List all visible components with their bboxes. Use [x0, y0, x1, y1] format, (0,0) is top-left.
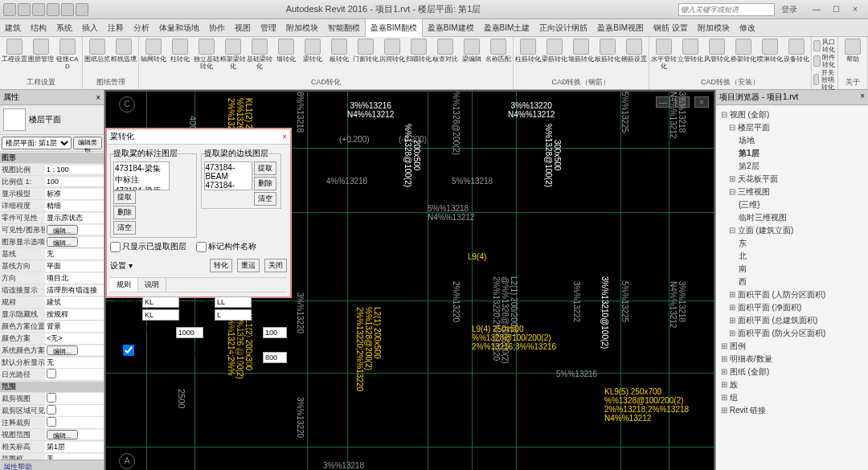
clear-button[interactable]: 清空 — [113, 221, 136, 235]
ribbon-tab[interactable]: 附加模块 — [281, 19, 323, 37]
ribbon-button[interactable]: 风管转化 — [704, 39, 730, 76]
ribbon-button[interactable]: 设备转化 — [784, 39, 809, 76]
prop-value[interactable]: 背景 — [45, 321, 104, 332]
tree-node[interactable]: 天花板平面 — [718, 173, 866, 186]
label-layer-list[interactable]: 473184-梁集中标注 473184-梁原位标注 — [113, 161, 170, 190]
tree-node[interactable]: 面积平面 (人防分区面积) — [718, 288, 866, 301]
tree-node[interactable]: 明细表/数量 — [718, 353, 866, 366]
ribbon-tab[interactable]: 管理 — [256, 19, 281, 37]
tree-node[interactable]: 面积平面 (总建筑面积) — [718, 314, 866, 327]
prop-checkbox[interactable] — [47, 405, 56, 415]
ribbon-button[interactable]: 图层管理 — [28, 39, 54, 76]
ribbon-button[interactable]: 附件转化 — [813, 54, 836, 68]
ribbon-button[interactable]: 风口转化 — [813, 39, 836, 53]
tree-node[interactable]: 西 — [718, 276, 866, 288]
tree-node[interactable]: 场地 — [718, 134, 866, 147]
tab-notes[interactable]: 说明 — [138, 278, 166, 292]
frame-beam-input[interactable] — [142, 296, 179, 308]
ribbon-button[interactable]: 墙筋转化 — [568, 39, 594, 76]
ribbon-button[interactable]: 门窗转化 — [353, 39, 379, 76]
tree-node[interactable]: Revit 链接 — [718, 404, 866, 417]
dialog-close-icon[interactable]: × — [282, 133, 287, 141]
indep-beam-input[interactable] — [142, 309, 179, 321]
prop-value[interactable]: 按规程 — [45, 309, 104, 320]
tree-node[interactable]: 面积平面 (净面积) — [718, 301, 866, 314]
nosize-checkbox[interactable]: 生成无名称无尺寸的梁 — [110, 345, 199, 370]
ribbon-tab[interactable]: 盈嘉BIM视图 — [592, 19, 649, 37]
ribbon-button[interactable]: 柱筋转化 — [515, 39, 541, 76]
mark-member-checkbox[interactable]: 标记构件名称 — [196, 241, 256, 252]
prop-edit-button[interactable]: 编辑... — [47, 345, 78, 355]
instance-select[interactable]: 楼层平面: 第1层 — [2, 137, 72, 149]
ribbon-button[interactable]: 工程设置 — [2, 39, 27, 76]
prop-value[interactable]: 标准 — [45, 189, 104, 199]
prop-edit-button[interactable]: 编辑... — [47, 430, 78, 439]
prop-value[interactable] — [45, 405, 104, 416]
ribbon-button[interactable]: 帮助 — [840, 39, 866, 76]
dialog-titlebar[interactable]: 粱转化 × — [107, 129, 290, 145]
ribbon-button[interactable]: 房间转化 — [379, 39, 405, 76]
redo-button[interactable]: 重运 — [237, 259, 260, 272]
tree-node[interactable]: 图例 — [718, 340, 866, 353]
ribbon-button[interactable]: 独立基础转化 — [194, 39, 219, 76]
prop-value[interactable]: 第1层 — [45, 442, 104, 452]
ribbon-tab[interactable]: 修改 — [735, 19, 760, 37]
revit-icon[interactable] — [3, 3, 16, 16]
minwidth-input[interactable] — [263, 327, 287, 338]
close-button[interactable]: × — [845, 3, 865, 16]
convert-button[interactable]: 转化 — [210, 259, 232, 272]
tree-node[interactable]: 楼层平面 — [718, 121, 866, 134]
ribbon-button[interactable]: 板转化 — [326, 39, 352, 76]
ribbon-button[interactable]: 开关照明转化 — [813, 69, 836, 91]
prop-checkbox[interactable] — [47, 393, 56, 403]
ribbon-tab[interactable]: 视图 — [230, 19, 256, 37]
ribbon-button[interactable]: 框线选境 — [111, 39, 137, 76]
ribbon-button[interactable]: 梁筋转化 — [542, 39, 567, 76]
tree-node[interactable]: 北 — [718, 250, 866, 263]
ribbon-button[interactable]: 水平管转化 — [651, 39, 677, 76]
ribbon-tab[interactable]: 附加模块 — [693, 19, 735, 37]
ribbon-button[interactable]: 喷淋转化 — [757, 39, 783, 76]
ribbon-button[interactable]: 图纸总览 — [84, 39, 110, 76]
prop-value[interactable]: 编辑... — [45, 237, 104, 247]
prop-checkbox[interactable] — [47, 417, 56, 427]
tree-node[interactable]: 面积平面 (防火分区面积) — [718, 327, 866, 340]
prop-value[interactable]: 建筑 — [45, 297, 104, 308]
prop-value[interactable]: <无> — [45, 333, 104, 344]
panel-close-icon[interactable]: × — [96, 93, 100, 102]
ribbon-tab[interactable]: 正向设计纲筋 — [534, 19, 592, 37]
ribbon-button[interactable]: 柱转化 — [167, 39, 193, 76]
tree-node[interactable]: 东 — [718, 237, 866, 250]
prop-value[interactable]: 项目北 — [45, 273, 104, 284]
only-extracted-checkbox[interactable]: 只显示已提取图层 — [110, 241, 186, 252]
undo-icon[interactable] — [32, 3, 45, 16]
delete-button[interactable]: 删除 — [113, 206, 136, 219]
tree-node[interactable]: 立面 (建筑立面) — [718, 224, 866, 237]
ribbon-button[interactable]: 链接CAD — [55, 39, 80, 76]
type-selector[interactable]: 楼层平面 — [0, 105, 104, 135]
prop-value[interactable]: 编辑... — [45, 225, 104, 235]
login-link[interactable]: 登录 — [781, 4, 797, 15]
qat-more-icon[interactable] — [76, 3, 88, 16]
ribbon-button[interactable]: 梁转化 — [300, 39, 326, 76]
tab-rules[interactable]: 规则 — [110, 278, 138, 292]
tree-node[interactable]: 组 — [718, 391, 866, 404]
tree-node[interactable]: 南 — [718, 263, 866, 276]
ribbon-button[interactable]: 框架梁转化 — [220, 39, 246, 76]
extract-button[interactable]: 提取 — [254, 161, 276, 175]
panel-close-icon[interactable]: × — [860, 92, 865, 103]
maxspan-input[interactable] — [176, 327, 203, 338]
tree-node[interactable]: 视图 (全部) — [718, 108, 866, 121]
extract-button[interactable]: 提取 — [113, 190, 136, 204]
redo-icon[interactable] — [47, 3, 59, 16]
ribbon-button[interactable]: 核查对比 — [432, 39, 458, 76]
prop-value[interactable]: 精细 — [45, 201, 104, 211]
prop-edit-button[interactable]: 编辑... — [47, 237, 78, 247]
prop-value[interactable]: 平面 — [45, 261, 104, 272]
ribbon-tab[interactable]: 体量和场地 — [154, 19, 204, 37]
ribbon-button[interactable]: 板筋转化 — [595, 39, 620, 76]
delete-button[interactable]: 删除 — [254, 177, 276, 190]
ribbon-tab[interactable]: 协作 — [204, 19, 230, 37]
ribbon-tab[interactable]: 建筑 — [0, 19, 26, 37]
prop-value[interactable]: 无 — [45, 249, 104, 260]
